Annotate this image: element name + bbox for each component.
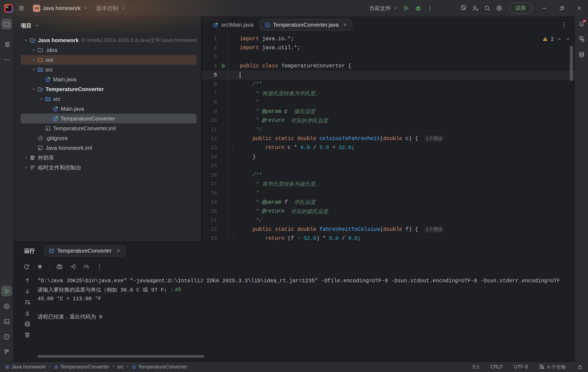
run-tab[interactable]: TemperatureConverter — [44, 245, 125, 256]
code-line-13[interactable]: 13 return c * 9.0 / 5.0 + 32.0; — [202, 143, 575, 152]
run-config-selector[interactable]: 当前文件 — [367, 3, 400, 14]
notifications-button[interactable] — [576, 18, 587, 29]
code-line-15[interactable]: 15 — [202, 161, 575, 170]
structure-toolwindow-button[interactable] — [1, 39, 12, 50]
tab-options-icon[interactable] — [560, 21, 568, 29]
project-panel-header[interactable]: 项目 — [13, 16, 201, 35]
line-number[interactable]: 15 — [202, 161, 228, 170]
tree-item-外部库[interactable]: 外部库 — [21, 153, 197, 163]
code-line-5[interactable]: 5 — [202, 71, 575, 80]
vcs-toolwindow-button[interactable] — [1, 346, 12, 357]
line-separator[interactable]: CRLF — [490, 364, 503, 370]
code-line-8[interactable]: 8 * — [202, 98, 575, 107]
tree-item-temperatureconverter[interactable]: CTemperatureConverter — [21, 114, 197, 123]
readonly-toggle[interactable] — [577, 364, 583, 370]
scroll-up-icon[interactable] — [24, 277, 31, 284]
close-tab-icon[interactable] — [342, 22, 348, 27]
line-number[interactable]: 12 — [202, 134, 228, 143]
ai-chat-toolwindow-button[interactable] — [576, 34, 587, 45]
line-number[interactable]: 1 — [202, 34, 228, 43]
search-everywhere-button[interactable] — [481, 2, 493, 14]
code-line-10[interactable]: 10 * @return 对应的华氏温度 — [202, 116, 575, 125]
code-line-20[interactable]: 20 * @return 对应的摄氏温度 — [202, 207, 575, 216]
tree-item-java-homework-iml[interactable]: Java homework.iml — [21, 143, 197, 153]
close-tab-icon[interactable] — [116, 248, 121, 253]
chevron-right-icon[interactable] — [30, 47, 37, 53]
code-line-3[interactable]: 3 — [202, 52, 575, 61]
code-line-6[interactable]: 6 /** — [202, 80, 575, 89]
editor-tab-temperatureconverter-java[interactable]: CTemperatureConverter.java — [260, 19, 352, 31]
code-line-2[interactable]: 2import java.util.*; — [202, 43, 575, 52]
line-number[interactable]: 21 — [202, 216, 228, 225]
line-number[interactable]: 23 — [202, 234, 228, 241]
more-toolwindows-button[interactable] — [1, 54, 12, 65]
project-toolwindow-button[interactable] — [1, 18, 12, 29]
chevron-down-icon[interactable] — [30, 66, 37, 73]
minimize-button[interactable] — [536, 1, 553, 16]
tree-item-main-java[interactable]: CMain.java — [21, 75, 197, 84]
line-number[interactable]: 11 — [202, 125, 228, 134]
line-number[interactable]: 4 — [202, 61, 228, 70]
code-line-4[interactable]: 4public class TemperatureConverter { — [202, 61, 575, 70]
line-number[interactable]: 17 — [202, 179, 228, 188]
soft-exit-icon[interactable] — [69, 263, 76, 270]
code-line-18[interactable]: 18 * — [202, 189, 575, 198]
line-number[interactable]: 10 — [202, 116, 228, 125]
breadcrumb-java-homework[interactable]: Java homework — [5, 364, 46, 370]
caret-position[interactable]: 5:1 — [473, 364, 479, 370]
tree-item-src[interactable]: src — [21, 65, 197, 75]
run-button[interactable] — [400, 2, 412, 14]
maximize-button[interactable] — [553, 1, 571, 16]
line-number[interactable]: 13 — [202, 143, 228, 152]
code-line-22[interactable]: 22 public static double fahrenheitToCels… — [202, 225, 575, 234]
trial-badge-button[interactable]: 试用 — [509, 3, 532, 14]
tree-item-temperatureconverter-iml[interactable]: TemperatureConverter.iml — [21, 123, 197, 133]
file-encoding[interactable]: UTF-8 — [514, 364, 528, 370]
code-editor[interactable]: 1import java.io.*;2import java.util.*;34… — [202, 33, 575, 241]
code-line-1[interactable]: 1import java.io.*; — [202, 34, 575, 43]
console-output[interactable]: "D:\Java JDK25\bin\java.exe" "-javaagent… — [38, 276, 575, 321]
settings-button[interactable] — [493, 2, 505, 14]
code-with-me-button[interactable] — [469, 2, 481, 14]
scroll-to-end-icon[interactable] — [24, 309, 31, 317]
next-warning-icon[interactable] — [565, 36, 571, 42]
vcs-selector[interactable]: 版本控制 — [94, 3, 128, 14]
soft-wrap-icon[interactable] — [24, 299, 31, 306]
tree-item-idea[interactable]: .idea — [21, 45, 197, 55]
line-number[interactable]: 9 — [202, 107, 228, 116]
tree-item-temperatureconverter[interactable]: TemperatureConverter — [21, 84, 197, 94]
code-line-14[interactable]: 14 } — [202, 152, 575, 161]
clear-all-icon[interactable] — [24, 331, 31, 339]
line-number[interactable]: 5 — [202, 71, 228, 80]
console-scrollbar[interactable] — [38, 355, 204, 358]
indent-style[interactable]: 4 个空格 — [539, 364, 566, 370]
chevron-down-icon[interactable] — [38, 96, 45, 102]
kebab-icon[interactable] — [96, 263, 103, 270]
chevron-down-icon[interactable] — [30, 86, 37, 92]
services-toolwindow-button[interactable] — [1, 301, 12, 312]
line-number[interactable]: 6 — [202, 80, 228, 89]
code-line-16[interactable]: 16 /** — [202, 170, 575, 179]
main-menu-button[interactable] — [16, 2, 27, 14]
breadcrumb-temperatureconverter[interactable]: TemperatureConverter — [54, 364, 109, 370]
more-run-actions-button[interactable] — [424, 2, 436, 14]
code-line-17[interactable]: 17 * 将华氏度转换为摄氏度。 — [202, 179, 575, 188]
terminal-toolwindow-button[interactable] — [1, 316, 12, 327]
chevron-right-icon[interactable] — [23, 154, 29, 161]
run-gutter-icon[interactable] — [220, 63, 227, 69]
line-number[interactable]: 8 — [202, 98, 228, 107]
code-line-11[interactable]: 11 */ — [202, 125, 575, 134]
tree-item-main-java[interactable]: CMain.java — [21, 104, 197, 114]
chevron-down-icon[interactable] — [23, 37, 29, 44]
line-number[interactable]: 20 — [202, 207, 228, 216]
chevron-right-icon[interactable] — [30, 57, 37, 63]
scroll-down-icon[interactable] — [24, 288, 31, 295]
tree-item-gitignore[interactable]: .gitignore — [21, 133, 197, 143]
ai-assistant-button[interactable] — [457, 2, 469, 14]
code-line-21[interactable]: 21 */ — [202, 216, 575, 225]
debug-button[interactable] — [412, 2, 424, 14]
line-number[interactable]: 3 — [202, 52, 228, 61]
chevron-right-icon[interactable] — [23, 164, 29, 171]
tree-item-out[interactable]: out — [21, 55, 197, 65]
run-toolwindow-button[interactable] — [1, 286, 12, 296]
